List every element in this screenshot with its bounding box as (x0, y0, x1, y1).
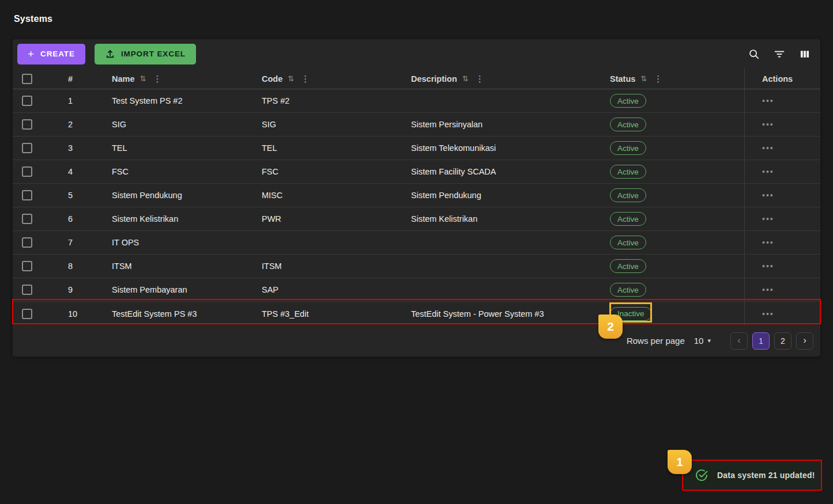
import-excel-label: IMPORT EXCEL (121, 50, 186, 58)
row-checkbox[interactable] (22, 119, 32, 130)
code-cell: ITSM (249, 255, 398, 278)
name-cell: Test System PS #2 (99, 89, 249, 112)
row-number-cell: 4 (55, 160, 99, 183)
code-cell: SIG (249, 113, 398, 136)
chevron-down-icon[interactable]: ▾ (707, 337, 711, 344)
sort-icon[interactable]: ⇅ (640, 74, 647, 83)
status-badge: Active (610, 188, 646, 202)
column-header-description: Description ⇅ ⋮ (398, 69, 597, 89)
annotation-step-2-badge: 2 (598, 314, 623, 339)
row-actions-menu-icon[interactable]: ••• (762, 143, 774, 153)
code-cell (249, 231, 398, 254)
create-button[interactable]: + CREATE (17, 44, 85, 65)
row-checkbox[interactable] (22, 285, 32, 295)
code-cell: TPS #2 (249, 89, 398, 112)
row-checkbox[interactable] (22, 237, 32, 248)
status-cell: Active (597, 137, 744, 160)
actions-cell: ••• (744, 278, 820, 301)
page-button-2[interactable]: 2 (774, 332, 791, 350)
status-cell: Active (597, 231, 744, 254)
table-row: 9Sistem PembayaranSAPActive••• (13, 278, 820, 302)
row-actions-menu-icon[interactable]: ••• (762, 238, 774, 247)
previous-page-button[interactable]: ‹ (730, 332, 748, 350)
actions-cell: ••• (744, 184, 820, 207)
code-cell: PWR (249, 207, 398, 230)
table-row: 2SIGSIGSistem PersinyalanActive••• (13, 113, 820, 137)
actions-cell: ••• (744, 89, 820, 112)
table-row: 4FSCFSCSistem Facility SCADAActive••• (13, 160, 820, 184)
status-badge: Active (610, 259, 646, 273)
code-cell: SAP (249, 278, 398, 301)
row-actions-menu-icon[interactable]: ••• (762, 285, 774, 294)
description-cell (398, 278, 597, 301)
row-actions-menu-icon[interactable]: ••• (762, 120, 774, 129)
code-cell: FSC (249, 160, 398, 183)
actions-cell: ••• (744, 137, 820, 160)
actions-cell: ••• (744, 255, 820, 278)
systems-table-card: + CREATE IMPORT EXCEL (13, 39, 820, 357)
description-cell: Sistem Facility SCADA (398, 160, 597, 183)
sort-icon[interactable]: ⇅ (288, 74, 294, 83)
success-toast: Data system 21 updated! (682, 460, 822, 491)
actions-cell: ••• (744, 302, 820, 325)
sort-icon[interactable]: ⇅ (462, 74, 469, 83)
column-menu-icon[interactable]: ⋮ (476, 74, 484, 84)
row-number-cell: 10 (55, 302, 99, 325)
plus-icon: + (28, 48, 35, 59)
sort-icon[interactable]: ⇅ (140, 74, 146, 83)
name-cell: FSC (99, 160, 249, 183)
select-all-checkbox[interactable] (22, 74, 32, 84)
column-menu-icon[interactable]: ⋮ (301, 74, 310, 84)
column-header-status: Status ⇅ ⋮ (597, 69, 744, 89)
row-actions-menu-icon[interactable]: ••• (762, 167, 774, 176)
page-button-1[interactable]: 1 (752, 332, 770, 350)
next-page-button[interactable]: › (796, 332, 813, 350)
annotation-step-1-badge: 1 (668, 450, 692, 474)
create-button-label: CREATE (40, 50, 75, 58)
row-checkbox[interactable] (22, 190, 32, 200)
description-cell (398, 255, 597, 278)
table-row: 7IT OPSActive••• (13, 231, 820, 255)
search-icon[interactable] (747, 47, 762, 62)
row-checkbox[interactable] (22, 143, 32, 153)
row-number-cell: 7 (55, 231, 99, 254)
rows-per-page-select[interactable]: 10 (694, 336, 704, 346)
column-menu-icon[interactable]: ⋮ (153, 74, 161, 84)
name-cell: Sistem Pembayaran (99, 278, 249, 301)
row-actions-menu-icon[interactable]: ••• (762, 191, 774, 200)
row-actions-menu-icon[interactable]: ••• (762, 309, 774, 319)
columns-icon[interactable] (797, 47, 812, 62)
import-excel-button[interactable]: IMPORT EXCEL (95, 44, 196, 65)
success-check-icon (695, 468, 708, 482)
row-checkbox[interactable] (22, 166, 32, 177)
row-actions-menu-icon[interactable]: ••• (762, 214, 774, 223)
table-row: 10TestEdit System PS #3TPS #3_EditTestEd… (13, 302, 820, 325)
description-cell: Sistem Kelistrikan (398, 207, 597, 230)
table-row: 6Sistem KelistrikanPWRSistem Kelistrikan… (13, 207, 820, 231)
status-cell: Active (597, 113, 744, 136)
filter-icon[interactable] (772, 47, 787, 62)
column-header-num: # (55, 69, 99, 89)
row-checkbox[interactable] (22, 309, 32, 319)
code-cell: MISC (249, 184, 398, 207)
row-checkbox[interactable] (22, 214, 32, 224)
row-actions-menu-icon[interactable]: ••• (762, 96, 774, 105)
description-cell: Sistem Persinyalan (398, 113, 597, 136)
status-badge: Active (610, 94, 646, 108)
table-row: 8ITSMITSMActive••• (13, 255, 820, 278)
column-menu-icon[interactable]: ⋮ (654, 74, 662, 84)
table-toolbar: + CREATE IMPORT EXCEL (13, 39, 820, 69)
row-checkbox[interactable] (22, 261, 32, 271)
row-number-cell: 6 (55, 207, 99, 230)
description-cell (398, 231, 597, 254)
name-cell: TEL (99, 137, 249, 160)
status-cell: Active (597, 184, 744, 207)
table-header-row: # Name ⇅ ⋮ Code ⇅ ⋮ Description ⇅ ⋮ Stat… (13, 69, 820, 89)
row-number-cell: 8 (55, 255, 99, 278)
column-header-code: Code ⇅ ⋮ (249, 69, 398, 89)
name-cell: Sistem Pendukung (99, 184, 249, 207)
name-cell: IT OPS (99, 231, 249, 254)
row-checkbox[interactable] (22, 96, 32, 106)
actions-cell: ••• (744, 207, 820, 230)
row-actions-menu-icon[interactable]: ••• (762, 262, 774, 271)
